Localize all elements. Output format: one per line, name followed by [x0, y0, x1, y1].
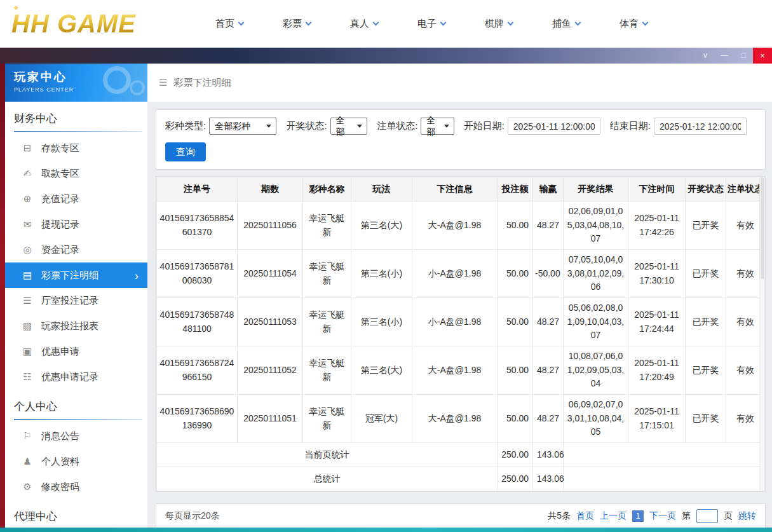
table-header-cell: 开奖状态: [686, 177, 726, 201]
chevron-down-icon: [444, 125, 449, 128]
nav-item-slots[interactable]: 电子: [417, 18, 445, 30]
summary-bet-total: 250.00: [498, 467, 533, 491]
summary-win-loss-total: 143.06: [533, 467, 564, 491]
draw-status-value: 全部: [336, 115, 353, 138]
sidebar-item-profile[interactable]: ♟个人资料: [5, 449, 147, 474]
table-cell: 20250111056: [238, 201, 303, 250]
table-cell: 401569173658854601370: [157, 201, 238, 250]
nav-item-sports[interactable]: 体育: [620, 18, 647, 30]
table-header-cell: 注单号: [157, 177, 238, 201]
sidebar-item-label: 取款专区: [41, 168, 79, 180]
sidebar-section-finance-center: 财务中心: [5, 102, 147, 132]
table-cell: 50.00: [498, 395, 533, 443]
table-header-cell: 期数: [238, 177, 303, 201]
window-minimize-button[interactable]: —: [715, 48, 734, 64]
sidebar-item-promo-apply-records[interactable]: ☷优惠申请记录: [5, 364, 147, 390]
table-cell: 401569173658724966150: [157, 346, 238, 395]
lottery-type-select[interactable]: 全部彩种: [209, 118, 276, 135]
report-icon: ▧: [22, 320, 33, 332]
user-icon: ♟: [22, 456, 33, 467]
table-cell: 2025-01-11 17:24:44: [628, 298, 686, 346]
nav-item-live-casino[interactable]: 真人: [350, 18, 378, 30]
bet-table: 注单号期数彩种名称玩法下注信息投注额输赢开奖结果下注时间开奖状态注单状态 401…: [156, 177, 765, 491]
sidebar-item-lottery-bet-details[interactable]: ▤彩票下注明细›: [5, 263, 147, 288]
table-cell: 大-A盘@1.98: [412, 395, 498, 443]
sidebar-item-player-bet-report[interactable]: ▧玩家投注报表: [5, 313, 147, 339]
prev-page-link[interactable]: 上一页: [600, 510, 626, 522]
gear-icon: ⚙: [22, 481, 33, 493]
end-date-input[interactable]: [654, 118, 747, 135]
table-cell: 10,08,07,06,01,02,09,05,03,04: [564, 346, 628, 395]
site-logo[interactable]: ✦ HH GAME: [11, 10, 180, 38]
nav-item-label: 彩票: [283, 18, 302, 30]
table-cell: -50.00: [533, 250, 564, 298]
filter-actions: 查询: [165, 142, 756, 161]
table-cell: 401569173658781008030: [157, 250, 238, 298]
table-scrollbar[interactable]: [759, 177, 764, 491]
window-close-button[interactable]: ×: [753, 48, 772, 64]
sidebar-item-withdraw-zone[interactable]: ✍取款专区: [5, 161, 147, 186]
first-page-link[interactable]: 首页: [576, 510, 594, 522]
table-cell: 20250111054: [238, 250, 303, 298]
jump-suffix: 页: [724, 510, 733, 522]
page-jump-input[interactable]: [696, 509, 718, 523]
start-date-input[interactable]: [508, 118, 600, 135]
sidebar-item-deposit-zone[interactable]: ⊟存款专区: [5, 135, 147, 161]
logo-text: HH GAME: [11, 10, 136, 38]
app-body: 玩家中心 PLAYERS CENTER 财务中心⊟存款专区✍取款专区⊕充值记录✉…: [0, 64, 772, 528]
nav-item-label: 真人: [350, 18, 369, 30]
sidebar-item-recharge-records[interactable]: ⊕充值记录: [5, 186, 147, 212]
table-cell: 20250111052: [238, 346, 303, 395]
current-page[interactable]: 1: [632, 510, 644, 522]
next-page-link[interactable]: 下一页: [649, 510, 676, 522]
table-cell: 50.00: [498, 346, 533, 395]
nav-item-label: 首页: [215, 18, 234, 30]
sidebar-item-announcements[interactable]: ⚐消息公告: [5, 423, 147, 449]
chevron-down-icon: [373, 20, 379, 26]
chevron-right-icon: ›: [135, 269, 139, 282]
window-maximize-button[interactable]: □: [734, 48, 753, 64]
sidebar-item-cashout-records[interactable]: ✉提现记录: [5, 212, 147, 237]
sidebar-item-label: 玩家投注报表: [41, 320, 98, 332]
sidebar-item-promo-apply[interactable]: ▣优惠申请: [5, 339, 147, 364]
promo-icon: ▣: [22, 346, 33, 357]
draw-status-select[interactable]: 全部: [330, 118, 368, 135]
summary-win-loss-total: 143.06: [533, 443, 564, 467]
nav-item-board-games[interactable]: 棋牌: [485, 18, 513, 30]
nav-item-home[interactable]: 首页: [215, 18, 243, 30]
sidebar-item-label: 提现记录: [41, 219, 79, 231]
table-cell: 401569173658690136990: [157, 395, 238, 443]
page-size-text: 每页显示20条: [165, 510, 220, 522]
summary-empty-cell: [564, 467, 765, 491]
scrollbar-thumb[interactable]: [761, 177, 764, 279]
table-cell: 2025-01-11 17:30:10: [628, 250, 686, 298]
sparkle-icon: ✦: [13, 3, 20, 13]
nav-item-fishing[interactable]: 捕鱼: [552, 18, 580, 30]
table-cell: 冠军(大): [351, 395, 412, 443]
sidebar-section-agent-center: 代理中心: [5, 500, 147, 528]
sidebar-title: 玩家中心: [14, 69, 147, 85]
nav-item-label: 捕鱼: [552, 18, 571, 30]
jump-button[interactable]: 跳转: [738, 510, 756, 522]
recharge-icon: ⊕: [22, 193, 33, 205]
window-chevron-button[interactable]: ∨: [696, 48, 715, 64]
order-status-select[interactable]: 全部: [421, 118, 454, 135]
menu-toggle-icon[interactable]: ☰: [159, 77, 167, 88]
cashout-icon: ✉: [22, 219, 33, 230]
breadcrumb-bar: ☰ 彩票下注明细: [147, 64, 772, 102]
sidebar-item-label: 充值记录: [41, 193, 79, 205]
bell-icon: ⚐: [22, 430, 33, 442]
main-area: ☰ 彩票下注明细 彩种类型: 全部彩种 开奖状态: 全部: [147, 64, 772, 528]
sidebar-item-hall-bet-records[interactable]: ☰厅室投注记录: [5, 288, 147, 313]
content-area: 彩种类型: 全部彩种 开奖状态: 全部 注单状态: 全部: [147, 102, 772, 528]
sidebar-item-funds-records[interactable]: ◎资金记录: [5, 237, 147, 263]
order-status-value: 全部: [426, 115, 438, 138]
search-button[interactable]: 查询: [165, 142, 206, 161]
nav-item-lottery[interactable]: 彩票: [283, 18, 311, 30]
nav-item-label: 棋牌: [485, 18, 504, 30]
pagination-bar: 每页显示20条 共5条 首页 上一页 1 下一页 第 页 跳转: [156, 503, 766, 529]
deposit-icon: ⊟: [22, 142, 33, 154]
table-cell: 20250111053: [238, 298, 303, 346]
sidebar-subtitle: PLAYERS CENTER: [14, 86, 147, 93]
sidebar-item-change-password[interactable]: ⚙修改密码: [5, 474, 147, 500]
